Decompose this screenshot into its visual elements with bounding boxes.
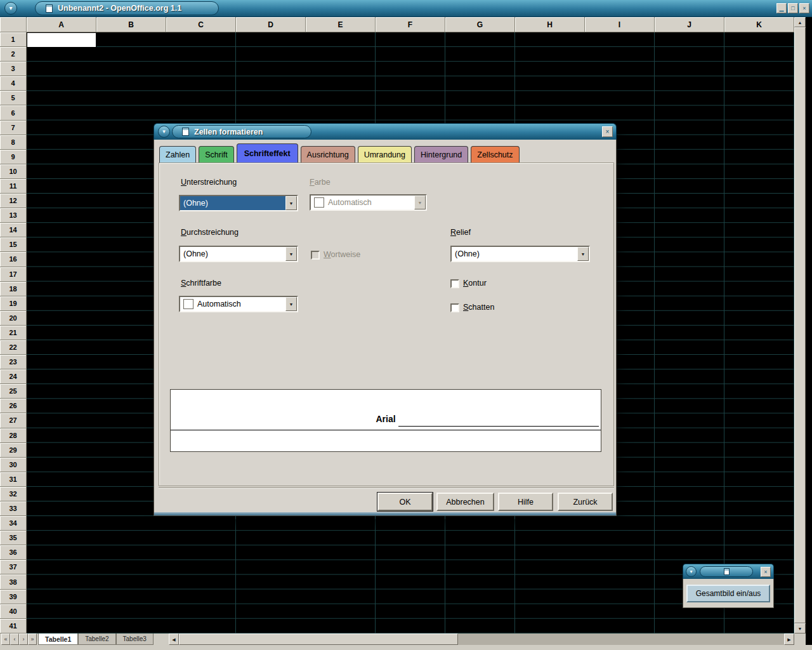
row-header-28[interactable]: 28 <box>0 428 27 443</box>
row-header-11[interactable]: 11 <box>0 179 27 194</box>
select-all-corner[interactable] <box>0 17 27 32</box>
scroll-left-button[interactable]: ◀ <box>169 633 179 645</box>
row-header-36[interactable]: 36 <box>0 545 27 560</box>
column-header-J[interactable]: J <box>655 17 724 32</box>
last-sheet-button[interactable]: » <box>28 633 37 645</box>
row-header-3[interactable]: 3 <box>0 62 27 76</box>
tab-zahlen[interactable]: Zahlen <box>159 146 196 162</box>
row-header-4[interactable]: 4 <box>0 76 27 91</box>
relief-dropdown-arrow-icon[interactable]: ▼ <box>577 247 589 261</box>
row-header-32[interactable]: 32 <box>0 487 27 501</box>
row-header-16[interactable]: 16 <box>0 252 27 267</box>
horizontal-scrollbar-thumb[interactable] <box>179 633 458 645</box>
row-header-9[interactable]: 9 <box>0 150 27 164</box>
fontcolor-select[interactable]: Automatisch ▼ <box>179 296 298 312</box>
maximize-button[interactable]: □ <box>788 3 798 13</box>
scroll-up-button[interactable]: ▲ <box>794 17 806 27</box>
row-header-1[interactable]: 1 <box>0 32 27 47</box>
row-header-17[interactable]: 17 <box>0 267 27 282</box>
column-header-E[interactable]: E <box>306 17 376 32</box>
row-header-29[interactable]: 29 <box>0 443 27 458</box>
scroll-right-button[interactable]: ▶ <box>784 633 794 645</box>
row-header-8[interactable]: 8 <box>0 135 27 150</box>
close-button[interactable]: × <box>799 3 809 13</box>
outline-checkbox[interactable] <box>450 279 459 288</box>
row-header-20[interactable]: 20 <box>0 311 27 326</box>
cancel-button[interactable]: Abbrechen <box>436 493 494 511</box>
strikethrough-dropdown-arrow-icon[interactable]: ▼ <box>285 247 297 261</box>
row-header-30[interactable]: 30 <box>0 458 27 472</box>
minimize-button[interactable]: ▁ <box>776 3 787 13</box>
tab-schrifteffekt[interactable]: Schrifteffekt <box>237 143 298 162</box>
fullscreen-toggle-button[interactable]: Gesamtbild ein/aus <box>686 585 770 602</box>
row-header-41[interactable]: 41 <box>0 619 27 633</box>
row-header-14[interactable]: 14 <box>0 223 27 237</box>
float-close-button[interactable]: × <box>761 567 771 577</box>
row-header-6[interactable]: 6 <box>0 105 27 120</box>
row-header-7[interactable]: 7 <box>0 121 27 135</box>
relief-select[interactable]: (Ohne) ▼ <box>450 246 590 262</box>
vertical-scrollbar[interactable]: ▲ ▼ <box>794 17 806 633</box>
column-header-I[interactable]: I <box>585 17 655 32</box>
float-titlebar[interactable]: ▾ × <box>683 564 774 579</box>
underline-select[interactable]: (Ohne) ▼ <box>179 195 298 211</box>
strikethrough-select[interactable]: (Ohne) ▼ <box>179 246 298 262</box>
row-header-15[interactable]: 15 <box>0 237 27 252</box>
row-header-22[interactable]: 22 <box>0 340 27 355</box>
window-menu-button[interactable]: ▾ <box>4 2 17 15</box>
first-sheet-button[interactable]: « <box>1 633 10 645</box>
column-header-F[interactable]: F <box>376 17 445 32</box>
horizontal-scrollbar[interactable]: ◀ ▶ <box>169 633 794 645</box>
tab-schrift[interactable]: Schrift <box>199 146 233 162</box>
row-header-34[interactable]: 34 <box>0 516 27 531</box>
row-header-21[interactable]: 21 <box>0 326 27 340</box>
row-header-19[interactable]: 19 <box>0 296 27 311</box>
tab-ausrichtung[interactable]: Ausrichtung <box>301 146 355 162</box>
sheet-tab-tabelle2[interactable]: Tabelle2 <box>78 633 115 645</box>
column-header-G[interactable]: G <box>445 17 515 32</box>
column-header-A[interactable]: A <box>27 17 96 32</box>
float-menu-button[interactable]: ▾ <box>686 566 697 577</box>
tab-umrandung[interactable]: Umrandung <box>358 146 412 162</box>
row-header-2[interactable]: 2 <box>0 47 27 62</box>
row-header-10[interactable]: 10 <box>0 164 27 179</box>
scroll-down-button[interactable]: ▼ <box>794 623 806 633</box>
fontcolor-dropdown-arrow-icon[interactable]: ▼ <box>285 297 297 311</box>
row-header-23[interactable]: 23 <box>0 355 27 369</box>
column-header-B[interactable]: B <box>96 17 166 32</box>
row-header-33[interactable]: 33 <box>0 501 27 516</box>
ok-button[interactable]: OK <box>377 493 433 511</box>
row-header-26[interactable]: 26 <box>0 399 27 413</box>
row-header-39[interactable]: 39 <box>0 590 27 604</box>
row-header-18[interactable]: 18 <box>0 282 27 296</box>
tab-zellschutz[interactable]: Zellschutz <box>471 146 519 162</box>
previous-sheet-button[interactable]: ‹ <box>10 633 19 645</box>
row-header-37[interactable]: 37 <box>0 560 27 574</box>
back-button[interactable]: Zurück <box>558 493 613 511</box>
row-header-5[interactable]: 5 <box>0 91 27 105</box>
next-sheet-button[interactable]: › <box>19 633 28 645</box>
column-header-C[interactable]: C <box>166 17 236 32</box>
column-header-K[interactable]: K <box>724 17 794 32</box>
column-header-H[interactable]: H <box>515 17 585 32</box>
row-header-24[interactable]: 24 <box>0 369 27 384</box>
vertical-scrollbar-thumb[interactable] <box>794 27 806 623</box>
dialog-titlebar[interactable]: ▾ Zellen formatieren × <box>154 123 617 140</box>
column-header-D[interactable]: D <box>236 17 306 32</box>
window-titlebar[interactable]: ▾ Unbenannt2 - OpenOffice.org 1.1 ▁ □ × <box>0 0 812 17</box>
selected-cell-A1[interactable] <box>27 32 96 48</box>
row-header-38[interactable]: 38 <box>0 574 27 589</box>
dialog-close-button[interactable]: × <box>602 126 613 137</box>
sheet-tab-tabelle3[interactable]: Tabelle3 <box>116 633 154 645</box>
row-header-40[interactable]: 40 <box>0 604 27 619</box>
row-header-25[interactable]: 25 <box>0 384 27 399</box>
shadow-checkbox[interactable] <box>450 303 459 312</box>
row-header-35[interactable]: 35 <box>0 531 27 545</box>
dialog-menu-button[interactable]: ▾ <box>158 126 170 138</box>
row-header-31[interactable]: 31 <box>0 472 27 487</box>
help-button[interactable]: Hilfe <box>498 493 553 511</box>
row-header-12[interactable]: 12 <box>0 194 27 208</box>
tab-hintergrund[interactable]: Hintergrund <box>414 146 468 162</box>
row-header-13[interactable]: 13 <box>0 208 27 223</box>
row-header-27[interactable]: 27 <box>0 413 27 428</box>
